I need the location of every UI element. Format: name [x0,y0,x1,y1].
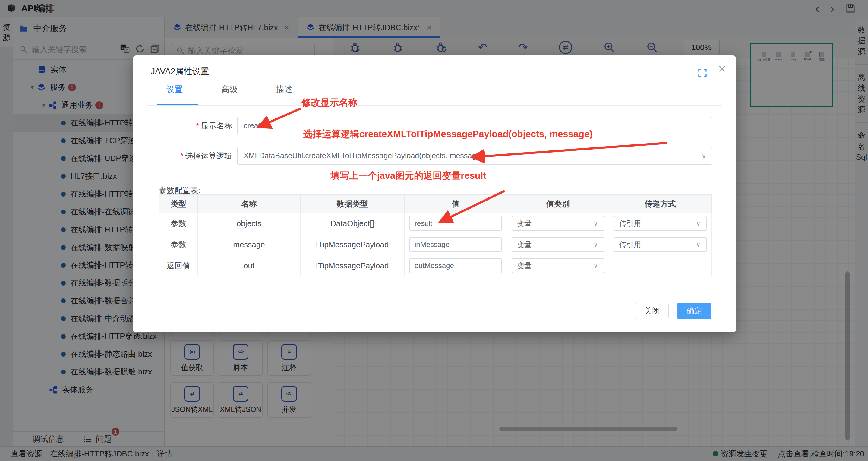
app-window: API编排 ‹ › 资源 中介服务 [0,0,868,461]
dialog-tab[interactable]: 高级 [221,84,238,95]
value-category-select[interactable]: 变量∨ [512,258,604,273]
value-input[interactable]: inMessage [409,237,502,252]
dialog-title: JAVA2属性设置 [151,66,209,77]
cell-type: 参数 [159,234,198,255]
param-table-label: 参数配置表: [159,185,200,196]
chevron-down-icon: ∨ [593,241,598,248]
pass-mode-select[interactable]: 传引用∨ [614,237,707,252]
chevron-down-icon: ∨ [696,219,701,227]
close-button[interactable]: 关闭 [636,303,669,319]
value-category-select[interactable]: 变量∨ [512,216,604,231]
param-table-header-cell: 传递方式 [609,195,712,213]
required-asterisk: * [196,121,199,130]
java2-properties-dialog: JAVA2属性设置 × 设置 高级 描述 *显示名称 create *选择运算逻… [133,56,736,332]
param-table-header: 类型名称数据类型值值类别传递方式 [159,195,712,213]
chevron-down-icon: ∨ [702,152,706,160]
value-input[interactable]: outMessage [409,258,502,273]
close-icon[interactable]: × [718,62,726,75]
param-table-header-cell: 数据类型 [300,195,404,213]
dialog-tab[interactable]: 设置 [166,84,183,95]
param-table-row: 参数 objects DataObject[] result 变量∨ 传引用∨ [159,213,712,234]
logic-select[interactable]: XMLDataBaseUtil.createXMLToITipMessagePa… [237,147,712,165]
chevron-down-icon: ∨ [696,241,701,248]
annotation-logic: 选择运算逻辑createXMLToITipMessagePayload(obje… [303,128,593,141]
param-table-body: 参数 objects DataObject[] result 变量∨ 传引用∨ … [159,213,712,276]
logic-label: *选择运算逻辑 [159,151,232,161]
param-table-header-cell: 值类别 [507,195,609,213]
tabs-divider [147,105,722,105]
value-input[interactable]: result [409,216,502,231]
cell-data-type: ITipMessagePayload [300,234,404,255]
annotation-display-name: 修改显示名称 [302,96,358,109]
cell-data-type: DataObject[] [300,213,404,234]
chevron-down-icon: ∨ [593,219,598,227]
cell-type: 参数 [159,213,198,234]
fullscreen-icon[interactable] [697,67,708,79]
param-table-header-cell: 类型 [159,195,198,213]
display-name-label: *显示名称 [159,121,232,131]
dialog-tab[interactable]: 描述 [276,84,292,95]
param-table-row: 返回值 out ITipMessagePayload outMessage 变量… [159,255,712,276]
annotation-arrows [133,56,736,332]
param-table-row: 参数 message ITipMessagePayload inMessage … [159,234,712,255]
value-category-select[interactable]: 变量∨ [512,237,604,252]
dialog-tabs: 设置 高级 描述 [166,84,292,95]
pass-mode-select[interactable]: 传引用∨ [614,216,707,231]
chevron-down-icon: ∨ [593,262,598,270]
param-table-header-cell: 值 [404,195,507,213]
param-table-header-cell: 名称 [198,195,300,213]
cell-data-type: ITipMessagePayload [300,255,404,276]
required-asterisk: * [180,151,183,160]
cell-name: objects [198,213,300,234]
cell-type: 返回值 [159,255,198,276]
cell-name: out [198,255,300,276]
ok-button[interactable]: 确定 [677,303,711,319]
param-table: 类型名称数据类型值值类别传递方式 参数 objects DataObject[]… [159,194,712,276]
annotation-result: 填写上一个java图元的返回变量result [331,170,486,182]
cell-name: message [198,234,300,255]
